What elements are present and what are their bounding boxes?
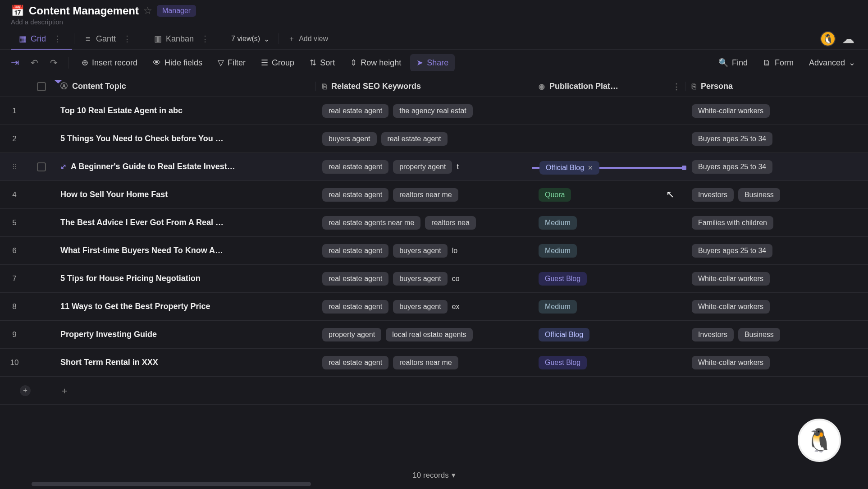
add-row-circle-icon[interactable]: ＋ xyxy=(20,385,31,396)
keyword-tag[interactable]: real estate agent xyxy=(322,160,388,174)
keywords-cell[interactable]: real estate agentrealtors near me xyxy=(315,188,532,202)
view-tab-grid[interactable]: ▦ Grid ⋮ xyxy=(11,28,72,49)
keyword-tag[interactable]: real estate agent xyxy=(322,244,388,258)
keyword-tag[interactable]: local real estate agents xyxy=(386,328,473,341)
topic-cell[interactable]: 11 Ways to Get the Best Property Price xyxy=(54,302,315,311)
row-checkbox[interactable] xyxy=(37,162,46,171)
views-count-dropdown[interactable]: 7 view(s) ⌄ xyxy=(224,35,277,43)
keywords-cell[interactable]: real estate agentbuyers agentex xyxy=(315,300,532,314)
group-button[interactable]: ☰Group xyxy=(255,54,301,71)
table-row[interactable]: 7 5 Tips for House Pricing Negotiation r… xyxy=(0,265,868,293)
persona-tag[interactable]: White-collar workers xyxy=(692,104,770,118)
platform-pill[interactable]: Quora xyxy=(539,188,571,202)
keyword-tag[interactable]: buyers agent xyxy=(393,244,448,258)
keyword-tag[interactable]: real estate agent xyxy=(322,188,388,202)
filter-button[interactable]: ▽Filter xyxy=(211,54,252,71)
table-row[interactable]: 8 11 Ways to Get the Best Property Price… xyxy=(0,293,868,321)
topic-cell[interactable]: ⤢A Beginner's Guide to Real Estate Inves… xyxy=(54,162,315,171)
insert-record-button[interactable]: ⊕Insert record xyxy=(75,54,144,71)
topic-cell[interactable]: 5 Things You Need to Check before You … xyxy=(54,134,315,143)
view-tab-kanban[interactable]: ▥ Kanban ⋮ xyxy=(146,28,220,49)
form-button[interactable]: 🗎Form xyxy=(757,55,800,71)
table-row[interactable]: 5 The Best Advice I Ever Got From A Real… xyxy=(0,209,868,237)
user-avatar[interactable]: 🐧 xyxy=(820,31,836,46)
persona-tag[interactable]: Buyers ages 25 to 34 xyxy=(692,160,772,174)
kebab-icon[interactable]: ⋮ xyxy=(672,82,685,92)
add-row-button[interactable]: ＋ xyxy=(60,385,69,396)
dropdown-icon[interactable]: ▾ xyxy=(452,471,456,480)
persona-cell[interactable]: InvestorsBusiness xyxy=(685,188,820,202)
keyword-tag[interactable]: real estate agent xyxy=(322,300,388,314)
platform-pill[interactable]: Medium xyxy=(539,216,577,230)
platform-pill[interactable]: Official Blog✕ xyxy=(539,161,599,175)
find-button[interactable]: 🔍Find xyxy=(712,54,754,71)
topic-cell[interactable]: Short Term Rental in XXX xyxy=(54,358,315,367)
platform-pill[interactable]: Guest Blog xyxy=(539,356,587,369)
keyword-tag[interactable]: real estate agent xyxy=(381,132,448,146)
platform-cell[interactable]: Guest Blog xyxy=(532,356,685,369)
topic-cell[interactable]: Property Investing Guide xyxy=(54,330,315,339)
redo-icon[interactable]: ↷ xyxy=(46,55,62,71)
table-row[interactable]: 9 Property Investing Guide property agen… xyxy=(0,321,868,349)
platform-cell[interactable]: Medium xyxy=(532,244,685,258)
keyword-tag[interactable]: buyers agent xyxy=(393,300,448,314)
keywords-cell[interactable]: real estate agentthe agency real estat xyxy=(315,104,532,118)
keyword-tag[interactable]: realtors near me xyxy=(393,188,458,202)
keywords-cell[interactable]: real estate agentproperty agentt xyxy=(315,160,532,174)
keyword-tag[interactable]: realtors near me xyxy=(393,356,458,369)
keywords-cell[interactable]: buyers agentreal estate agent xyxy=(315,132,532,146)
platform-pill[interactable]: Medium xyxy=(539,244,577,258)
keyword-tag[interactable]: buyers agent xyxy=(322,132,377,146)
sort-button[interactable]: ⇅Sort xyxy=(303,54,341,71)
persona-cell[interactable]: White-collar workers xyxy=(685,272,820,286)
keywords-cell[interactable]: real estate agentbuyers agentlo xyxy=(315,244,532,258)
persona-cell[interactable]: InvestorsBusiness xyxy=(685,328,820,341)
assistant-avatar[interactable]: 🐧 xyxy=(798,419,841,462)
share-button[interactable]: ➤Share xyxy=(410,54,455,71)
column-header[interactable]: Publication Plat… xyxy=(549,82,618,91)
keyword-tag[interactable]: property agent xyxy=(393,160,452,174)
record-count[interactable]: 10 records xyxy=(412,471,448,480)
table-row[interactable]: 10 Short Term Rental in XXX real estate … xyxy=(0,349,868,377)
platform-cell[interactable]: Official Blog xyxy=(532,328,685,341)
collapse-icon[interactable]: ⇥ xyxy=(6,54,23,71)
kebab-icon[interactable]: ⋮ xyxy=(50,34,65,44)
hide-fields-button[interactable]: 👁Hide fields xyxy=(146,55,209,71)
keyword-tag[interactable]: realtors nea xyxy=(425,216,476,230)
select-all-checkbox[interactable] xyxy=(37,82,46,91)
platform-pill[interactable]: Guest Blog xyxy=(539,272,587,286)
table-row[interactable]: 4 How to Sell Your Home Fast real estate… xyxy=(0,181,868,209)
topic-cell[interactable]: 5 Tips for House Pricing Negotiation xyxy=(54,274,315,283)
column-header[interactable]: Content Topic xyxy=(72,82,126,91)
topic-cell[interactable]: The Best Advice I Ever Got From A Real … xyxy=(54,218,315,227)
keyword-tag[interactable]: real estate agent xyxy=(322,104,388,118)
star-icon[interactable]: ☆ xyxy=(143,5,152,17)
view-tab-gantt[interactable]: ≡ Gantt ⋮ xyxy=(76,28,142,49)
platform-pill[interactable]: Official Blog xyxy=(539,328,589,341)
remove-tag-icon[interactable]: ✕ xyxy=(588,164,593,171)
platform-cell[interactable]: Quora xyxy=(532,188,685,202)
persona-tag[interactable]: Investors xyxy=(692,188,734,202)
persona-cell[interactable]: Families with children xyxy=(685,216,820,230)
platform-cell[interactable]: Medium xyxy=(532,216,685,230)
keyword-tag[interactable]: property agent xyxy=(322,328,381,341)
persona-cell[interactable]: Buyers ages 25 to 34 xyxy=(685,244,820,258)
keyword-tag[interactable]: real estate agent xyxy=(322,272,388,286)
persona-cell[interactable]: White-collar workers xyxy=(685,300,820,314)
expand-icon[interactable]: ⤢ xyxy=(60,162,66,171)
advanced-dropdown[interactable]: Advanced⌄ xyxy=(803,54,862,71)
topic-cell[interactable]: How to Sell Your Home Fast xyxy=(54,190,315,199)
keywords-cell[interactable]: real estate agentbuyers agentco xyxy=(315,272,532,286)
topic-cell[interactable]: Top 10 Real Estate Agent in abc xyxy=(54,106,315,115)
persona-tag[interactable]: White-collar workers xyxy=(692,272,770,286)
column-header[interactable]: Related SEO Keywords xyxy=(331,82,421,91)
persona-cell[interactable]: White-collar workers xyxy=(685,104,820,118)
sync-icon[interactable]: ☁ xyxy=(842,32,854,46)
platform-pill[interactable]: Medium xyxy=(539,300,577,314)
platform-cell[interactable]: Guest Blog xyxy=(532,272,685,286)
persona-tag[interactable]: Families with children xyxy=(692,216,773,230)
table-row[interactable]: 2 5 Things You Need to Check before You … xyxy=(0,125,868,153)
persona-tag[interactable]: Buyers ages 25 to 34 xyxy=(692,132,772,146)
keyword-tag[interactable]: real estate agents near me xyxy=(322,216,420,230)
horizontal-scrollbar[interactable] xyxy=(32,482,311,486)
